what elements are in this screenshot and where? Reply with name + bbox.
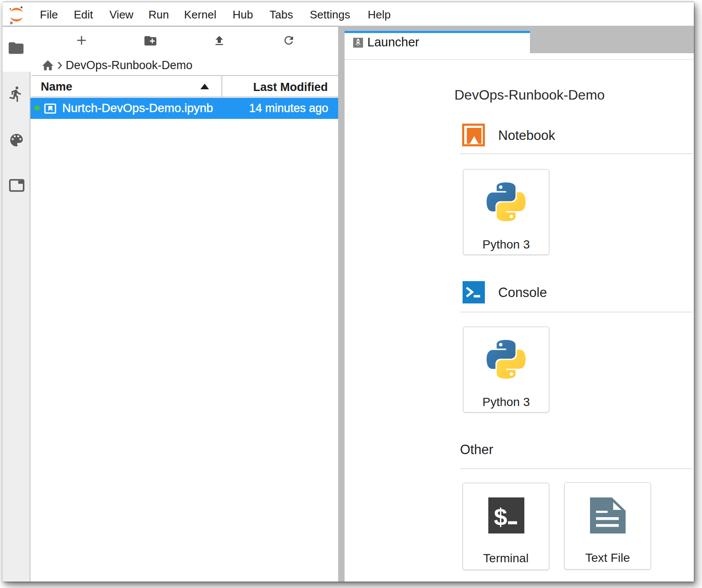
svg-text:$: $: [494, 503, 507, 530]
